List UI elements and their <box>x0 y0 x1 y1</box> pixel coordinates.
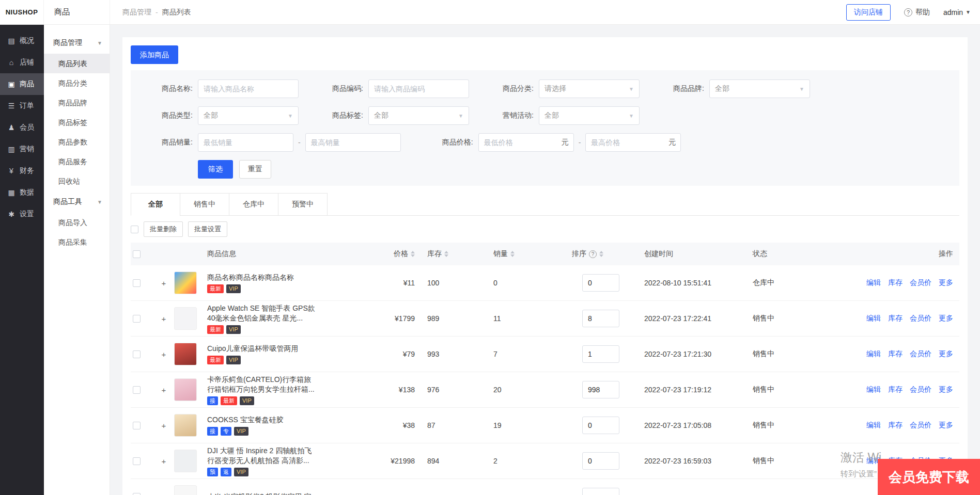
col-header-price[interactable]: 价格 <box>370 249 422 259</box>
chevron-down-icon: ▼ <box>458 113 463 119</box>
product-stock: 976 <box>422 386 489 394</box>
help-button[interactable]: ? 帮助 <box>904 8 930 17</box>
sort-input[interactable] <box>582 417 619 434</box>
sales-min-input[interactable] <box>198 133 293 152</box>
settings-icon: ✱ <box>7 210 15 218</box>
sidebar-item-members[interactable]: ♟会员 <box>0 117 44 138</box>
sort-input[interactable] <box>582 274 619 292</box>
subnav-group-goods-manage[interactable]: 商品管理▼ <box>44 32 110 54</box>
tab-selling[interactable]: 销售中 <box>180 193 229 216</box>
price-min-input[interactable] <box>478 133 574 152</box>
watermark-line1: 激活 Wi <box>841 450 881 466</box>
tag-select[interactable]: 全部 ▼ <box>368 106 469 125</box>
sales-max-input[interactable] <box>305 133 401 152</box>
subnav-item-goods-list[interactable]: 商品列表 <box>44 54 110 73</box>
type-select[interactable]: 全部 ▼ <box>198 106 299 125</box>
row-action-member-price[interactable]: 会员价 <box>910 314 931 323</box>
row-checkbox[interactable] <box>133 350 141 358</box>
row-expander-icon[interactable]: + <box>162 350 166 359</box>
row-checkbox[interactable] <box>133 315 141 323</box>
breadcrumb-section[interactable]: 商品管理 <box>122 8 151 17</box>
sidebar-item-shop[interactable]: ⌂店铺 <box>0 52 44 73</box>
row-action-more[interactable]: 更多 <box>939 421 953 430</box>
row-expander-icon[interactable]: + <box>162 279 166 288</box>
row-checkbox[interactable] <box>133 493 141 495</box>
reset-button[interactable]: 重置 <box>239 160 271 179</box>
row-expander-icon[interactable]: + <box>162 492 166 495</box>
promo-banner[interactable]: 会员免费下载 <box>878 459 980 495</box>
sidebar-item-goods[interactable]: ▣商品 <box>0 73 44 95</box>
row-action-stock[interactable]: 库存 <box>888 314 903 323</box>
name-input[interactable] <box>198 79 299 98</box>
code-input[interactable] <box>368 79 469 98</box>
row-action-member-price[interactable]: 会员价 <box>910 278 931 288</box>
row-action-edit[interactable]: 编辑 <box>866 421 881 430</box>
row-checkbox[interactable] <box>133 279 141 287</box>
admin-menu[interactable]: admin ▼ <box>943 8 971 17</box>
bulk-select-checkbox[interactable] <box>131 226 138 233</box>
sort-input[interactable] <box>582 381 619 398</box>
row-action-stock[interactable]: 库存 <box>888 349 903 359</box>
visit-shop-button[interactable]: 访问店铺 <box>846 4 891 21</box>
subnav-group-goods-tools[interactable]: 商品工具▼ <box>44 191 110 213</box>
row-action-edit[interactable]: 编辑 <box>866 314 881 323</box>
row-action-stock[interactable]: 库存 <box>888 385 903 394</box>
tab-all[interactable]: 全部 <box>131 193 180 216</box>
row-action-more[interactable]: 更多 <box>939 314 953 323</box>
row-action-stock[interactable]: 库存 <box>888 278 903 288</box>
row-expander-icon[interactable]: + <box>162 421 166 430</box>
row-action-edit[interactable]: 编辑 <box>866 278 881 288</box>
bulk-delete-button[interactable]: 批量删除 <box>144 221 183 237</box>
row-action-more[interactable]: 更多 <box>939 385 953 394</box>
tab-warehouse[interactable]: 仓库中 <box>229 193 278 216</box>
filter-button[interactable]: 筛选 <box>198 160 233 179</box>
category-select[interactable]: 请选择 ▼ <box>539 79 640 98</box>
sort-input[interactable] <box>582 488 619 495</box>
sidebar-item-data[interactable]: ▦数据 <box>0 182 44 203</box>
row-action-edit[interactable]: 编辑 <box>866 385 881 394</box>
subnav-item-goods-label[interactable]: 商品标签 <box>44 113 110 132</box>
brand-select[interactable]: 全部 ▼ <box>709 79 810 98</box>
sidebar-item-marketing[interactable]: ▥营销 <box>0 138 44 160</box>
subnav-item-goods-collect[interactable]: 商品采集 <box>44 232 110 252</box>
sidebar-item-orders[interactable]: ☰订单 <box>0 95 44 117</box>
sort-input[interactable] <box>582 345 619 363</box>
row-checkbox[interactable] <box>133 386 141 394</box>
row-expander-icon[interactable]: + <box>162 314 166 323</box>
bulk-setting-button[interactable]: 批量设置 <box>188 221 227 237</box>
sort-input[interactable] <box>582 452 619 470</box>
subnav-item-recycle-bin[interactable]: 回收站 <box>44 171 110 191</box>
row-action-member-price[interactable]: 会员价 <box>910 421 931 430</box>
sidebar-item-overview[interactable]: ▤概况 <box>0 30 44 52</box>
watermark-line2: 转到“设置” <box>841 469 881 479</box>
filter-category: 商品分类: 请选择 ▼ <box>482 79 652 98</box>
row-checkbox[interactable] <box>133 457 141 465</box>
subnav-item-goods-params[interactable]: 商品参数 <box>44 132 110 152</box>
row-expander-icon[interactable]: + <box>162 457 166 466</box>
sort-input[interactable] <box>582 310 619 327</box>
sidebar-item-finance[interactable]: ¥财务 <box>0 160 44 182</box>
row-action-edit[interactable]: 编辑 <box>866 349 881 359</box>
col-header-stock[interactable]: 库存 <box>422 249 489 259</box>
row-action-member-price[interactable]: 会员价 <box>910 349 931 359</box>
activity-select[interactable]: 全部 ▼ <box>539 106 640 125</box>
tab-warning[interactable]: 预警中 <box>278 193 328 216</box>
row-checkbox[interactable] <box>133 422 141 429</box>
row-action-stock[interactable]: 库存 <box>888 421 903 430</box>
add-product-button[interactable]: 添加商品 <box>131 45 178 64</box>
row-action-member-price[interactable]: 会员价 <box>910 385 931 394</box>
subnav-item-goods-category[interactable]: 商品分类 <box>44 73 110 93</box>
col-header-sales[interactable]: 销量 <box>489 249 567 259</box>
product-price: ¥138 <box>370 386 422 394</box>
subnav-item-goods-service[interactable]: 商品服务 <box>44 152 110 171</box>
col-header-sort[interactable]: 排序 ? <box>567 249 644 259</box>
subnav-item-goods-brand[interactable]: 商品品牌 <box>44 93 110 113</box>
row-action-more[interactable]: 更多 <box>939 278 953 288</box>
row-action-more[interactable]: 更多 <box>939 349 953 359</box>
select-all-checkbox[interactable] <box>133 250 141 258</box>
chevron-down-icon: ▼ <box>629 113 634 119</box>
price-max-input[interactable] <box>585 133 681 152</box>
sidebar-item-settings[interactable]: ✱设置 <box>0 203 44 225</box>
row-expander-icon[interactable]: + <box>162 386 166 394</box>
subnav-item-goods-import[interactable]: 商品导入 <box>44 213 110 232</box>
